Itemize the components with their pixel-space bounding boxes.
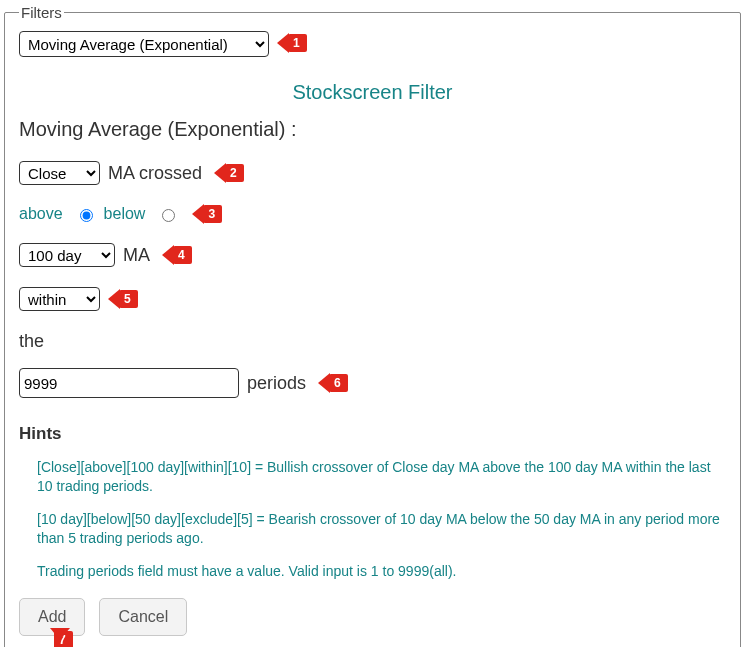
the-label: the [19, 331, 726, 352]
marker-6-icon: 6 [318, 373, 348, 393]
marker-2-icon: 2 [214, 163, 244, 183]
filters-fieldset: Filters Moving Average (Exponential) 1 S… [4, 4, 741, 647]
above-radio[interactable] [80, 209, 93, 222]
hint-3: Trading periods field must have a value.… [37, 562, 726, 581]
hints-header: Hints [19, 424, 726, 444]
below-label: below [104, 205, 146, 223]
filter-type-select[interactable]: Moving Average (Exponential) [19, 31, 269, 57]
ma-crossed-label: MA crossed [108, 163, 202, 184]
stockscreen-filter-title: Stockscreen Filter [19, 81, 726, 104]
marker-4-icon: 4 [162, 245, 192, 265]
hint-2: [10 day][below][50 day][exclude][5] = Be… [37, 510, 726, 548]
condition-select[interactable]: within [19, 287, 100, 311]
marker-1-icon: 1 [277, 33, 307, 53]
marker-3-icon: 3 [192, 204, 222, 224]
filters-legend: Filters [19, 4, 64, 21]
below-radio[interactable] [162, 209, 175, 222]
add-button[interactable]: Add [19, 598, 85, 636]
marker-5-icon: 5 [108, 289, 138, 309]
periods-label: periods [247, 373, 306, 394]
period-select[interactable]: 100 day [19, 243, 115, 267]
ma-label: MA [123, 245, 150, 266]
price-field-select[interactable]: Close [19, 161, 100, 185]
above-label: above [19, 205, 63, 223]
periods-input[interactable] [19, 368, 239, 398]
hint-1: [Close][above][100 day][within][10] = Bu… [37, 458, 726, 496]
cancel-button[interactable]: Cancel [99, 598, 187, 636]
filter-subtitle: Moving Average (Exponential) : [19, 118, 726, 141]
